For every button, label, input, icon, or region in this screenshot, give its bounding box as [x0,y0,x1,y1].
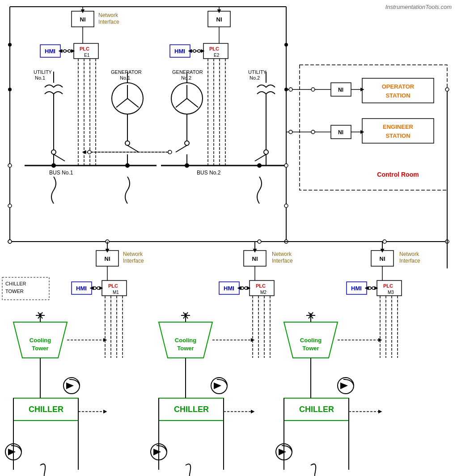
svg-point-98 [284,164,288,167]
svg-text:HMI: HMI [76,285,87,292]
svg-text:NI: NI [338,87,343,93]
svg-text:M2: M2 [260,290,267,295]
svg-point-125 [258,240,261,243]
svg-text:NI: NI [80,16,86,23]
svg-point-99 [284,204,288,208]
svg-point-31 [193,50,196,52]
svg-point-86 [185,141,189,145]
svg-point-22 [63,50,66,52]
svg-text:Interface: Interface [98,19,119,25]
svg-text:No.1: No.1 [35,75,45,81]
svg-text:CHILLER: CHILLER [29,405,63,414]
svg-text:Network: Network [399,251,419,257]
svg-text:NI: NI [105,255,110,262]
svg-text:Network: Network [123,251,143,257]
svg-text:ENGINEER: ENGINEER [383,123,414,130]
svg-text:PLC: PLC [383,283,393,289]
svg-text:HMI: HMI [224,285,234,292]
svg-text:Cooling: Cooling [300,337,322,344]
svg-text:Tower: Tower [32,345,48,352]
svg-text:GENERATOR: GENERATOR [172,69,203,75]
svg-point-4 [8,88,12,91]
svg-point-143 [97,287,100,289]
svg-point-183 [241,287,244,289]
svg-text:Control Room: Control Room [377,171,419,178]
svg-text:OPERATOR: OPERATOR [382,83,415,90]
svg-text:Network: Network [272,251,292,257]
svg-point-111 [289,130,292,134]
svg-text:STATION: STATION [385,92,410,99]
svg-point-221 [368,287,371,289]
svg-text:PLC: PLC [80,46,89,51]
svg-point-82 [125,141,130,145]
svg-point-95 [8,204,12,208]
svg-text:HMI: HMI [351,285,362,292]
svg-rect-113 [362,78,434,103]
svg-text:M3: M3 [388,290,394,295]
svg-point-32 [198,50,200,52]
svg-text:HMI: HMI [45,48,55,55]
svg-text:Interface: Interface [123,258,144,264]
svg-text:BUS  No.2: BUS No.2 [197,170,221,176]
svg-text:GENERATOR: GENERATOR [111,69,142,75]
svg-text:No.2: No.2 [250,75,260,81]
svg-text:CHILLER: CHILLER [174,405,209,414]
svg-text:Network: Network [98,12,118,18]
svg-text:Interface: Interface [399,258,420,264]
svg-point-222 [372,287,375,289]
svg-point-112 [311,130,315,134]
svg-text:NI: NI [216,16,222,23]
svg-text:M1: M1 [113,290,119,295]
svg-text:TOWER: TOWER [5,289,24,294]
svg-text:UTILITY: UTILITY [34,69,52,75]
svg-text:Tower: Tower [177,345,194,352]
svg-point-5 [284,43,288,47]
svg-text:No.1: No.1 [120,75,130,81]
svg-point-92 [168,150,172,154]
svg-text:Interface: Interface [272,258,293,264]
svg-point-79 [264,150,268,154]
svg-text:Tower: Tower [302,345,319,352]
svg-point-94 [8,164,12,167]
svg-text:BUS  No.1: BUS No.1 [49,170,73,176]
svg-point-23 [68,50,71,52]
svg-text:PLC: PLC [108,283,118,289]
svg-text:STATION: STATION [385,132,410,139]
svg-point-184 [245,287,247,289]
diagram-container: InstrumentationTools.com NI Network [0,0,457,476]
svg-text:No.2: No.2 [181,75,191,81]
svg-text:NI: NI [338,129,343,136]
svg-text:PLC: PLC [209,46,219,51]
svg-text:Cooling: Cooling [30,337,51,344]
svg-text:NI: NI [252,255,258,262]
svg-line-80 [255,154,266,161]
svg-point-129 [445,88,449,91]
svg-text:E1: E1 [84,53,90,58]
svg-text:E2: E2 [214,53,220,58]
svg-point-126 [383,240,386,243]
svg-text:Cooling: Cooling [175,337,196,344]
svg-line-76 [54,154,65,161]
svg-text:CHILLER: CHILLER [5,281,26,286]
svg-point-108 [289,88,292,91]
svg-rect-116 [362,119,434,143]
svg-text:UTILITY: UTILITY [248,69,267,75]
svg-point-71 [257,163,262,168]
svg-point-91 [88,150,91,154]
svg-text:CHILLER: CHILLER [299,405,334,414]
svg-point-109 [311,88,315,91]
svg-point-75 [51,150,56,154]
svg-line-83 [127,145,139,152]
svg-line-87 [176,145,187,152]
svg-point-142 [93,287,96,289]
svg-point-123 [8,240,12,243]
svg-text:PLC: PLC [256,283,266,289]
svg-point-3 [8,43,12,47]
svg-text:NI: NI [380,255,385,262]
svg-text:HMI: HMI [174,48,185,55]
